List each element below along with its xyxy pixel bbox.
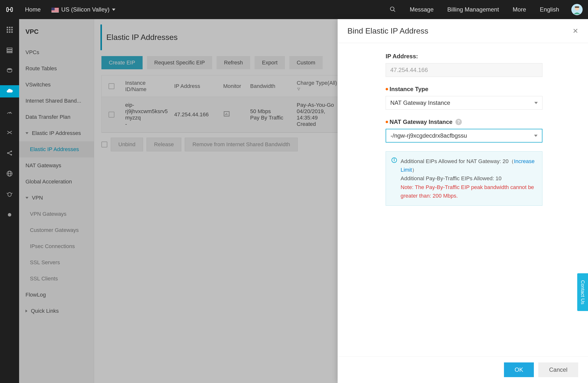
ok-button[interactable]: OK bbox=[504, 363, 534, 377]
svg-line-33 bbox=[8, 153, 11, 155]
svg-rect-18 bbox=[7, 29, 8, 31]
info-note: Note: The Pay-By-Traffic EIP peak bandwi… bbox=[400, 184, 534, 199]
billing-link[interactable]: Billing Management bbox=[441, 6, 506, 13]
svg-rect-23 bbox=[11, 31, 13, 33]
rail-apps-icon[interactable] bbox=[0, 23, 19, 36]
help-icon[interactable]: ? bbox=[456, 119, 462, 125]
svg-rect-15 bbox=[7, 27, 8, 28]
nat-instance-select[interactable]: -/ngw-rj9xcgdecdrx8acfbgssu bbox=[386, 129, 543, 142]
instance-type-value: NAT Gateway Instance bbox=[390, 100, 450, 106]
rail-bug-icon[interactable] bbox=[0, 188, 19, 200]
home-link[interactable]: Home bbox=[19, 6, 46, 13]
rail-server-icon[interactable] bbox=[0, 44, 19, 56]
ip-address-label: IP Address: bbox=[386, 53, 578, 60]
rail-cloud-icon[interactable] bbox=[0, 85, 19, 98]
svg-rect-7 bbox=[51, 11, 59, 12]
svg-rect-22 bbox=[9, 31, 11, 33]
svg-rect-14 bbox=[575, 6, 579, 8]
svg-rect-24 bbox=[7, 48, 12, 49]
svg-rect-20 bbox=[11, 29, 13, 31]
rail-db-icon[interactable] bbox=[0, 65, 19, 77]
svg-rect-25 bbox=[7, 50, 12, 51]
instance-type-select[interactable]: NAT Gateway Instance bbox=[386, 96, 543, 110]
chevron-down-icon bbox=[112, 9, 115, 11]
info-icon bbox=[391, 157, 397, 200]
brand-logo[interactable] bbox=[0, 5, 19, 14]
close-icon[interactable]: ✕ bbox=[573, 27, 578, 35]
rail-globe-icon[interactable] bbox=[0, 167, 19, 180]
required-icon bbox=[386, 121, 388, 123]
info-text-1b: ） bbox=[412, 167, 417, 173]
ip-address-input: 47.254.44.166 bbox=[386, 63, 543, 77]
nat-instance-value: -/ngw-rj9xcgdecdrx8acfbgssu bbox=[391, 132, 467, 139]
svg-rect-8 bbox=[51, 12, 59, 13]
rail-share-icon[interactable] bbox=[0, 147, 19, 159]
svg-line-11 bbox=[394, 10, 396, 12]
required-icon bbox=[386, 88, 388, 90]
svg-rect-21 bbox=[7, 31, 8, 33]
svg-point-47 bbox=[394, 159, 395, 159]
region-label: US (Silicon Valley) bbox=[61, 6, 109, 13]
info-text-2: Additional Pay-By-Traffic EIPs Allowed: … bbox=[400, 175, 502, 181]
rail-gauge-icon[interactable] bbox=[0, 106, 19, 118]
svg-line-32 bbox=[8, 152, 11, 153]
svg-rect-9 bbox=[51, 8, 55, 10]
nat-instance-label: NAT Gateway Instance bbox=[390, 119, 453, 125]
svg-rect-19 bbox=[9, 29, 11, 31]
language-link[interactable]: English bbox=[533, 6, 566, 13]
svg-rect-26 bbox=[7, 52, 12, 53]
region-selector[interactable]: US (Silicon Valley) bbox=[46, 6, 120, 13]
svg-point-27 bbox=[7, 68, 12, 70]
info-box: Additional EIPs Allowed for NAT Gateway:… bbox=[386, 151, 543, 206]
svg-rect-1 bbox=[11, 8, 13, 12]
message-link[interactable]: Message bbox=[403, 6, 440, 13]
cancel-button[interactable]: Cancel bbox=[538, 363, 578, 377]
svg-rect-0 bbox=[7, 8, 8, 12]
svg-point-40 bbox=[8, 213, 11, 217]
svg-rect-17 bbox=[11, 27, 13, 28]
instance-type-label: Instance Type bbox=[390, 86, 428, 93]
svg-line-39 bbox=[11, 193, 13, 193]
drawer-title: Bind Elastic IP Address bbox=[347, 26, 573, 36]
svg-rect-16 bbox=[9, 27, 11, 28]
contact-us-tab[interactable]: Contact Us bbox=[577, 273, 588, 311]
chevron-down-icon bbox=[534, 135, 538, 137]
more-link[interactable]: More bbox=[506, 6, 533, 13]
svg-point-37 bbox=[8, 192, 11, 196]
info-text-1a: Additional EIPs Allowed for NAT Gateway:… bbox=[400, 158, 514, 164]
rail-shuffle-icon[interactable] bbox=[0, 126, 19, 139]
avatar[interactable] bbox=[571, 4, 583, 15]
chevron-down-icon bbox=[534, 102, 538, 104]
search-icon[interactable] bbox=[383, 6, 403, 13]
svg-point-10 bbox=[391, 7, 394, 11]
svg-line-38 bbox=[7, 193, 8, 193]
rail-dot-icon[interactable] bbox=[0, 209, 19, 221]
flag-icon bbox=[51, 7, 59, 12]
